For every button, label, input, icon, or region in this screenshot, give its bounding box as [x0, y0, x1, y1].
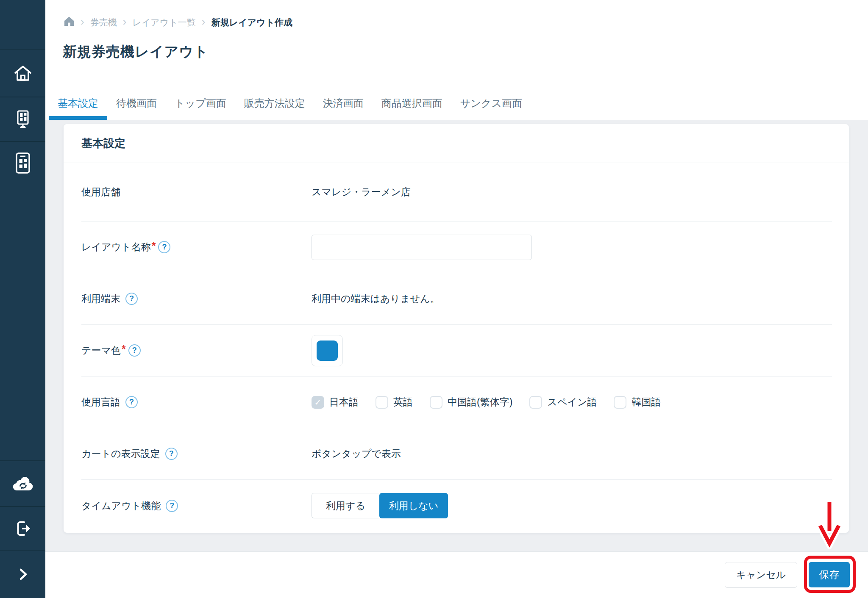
help-icon[interactable]: ?	[128, 344, 141, 357]
tab-sales-method[interactable]: 販売方法設定	[235, 91, 314, 120]
home-icon	[13, 64, 33, 82]
checkbox-label: 英語	[393, 396, 413, 409]
cancel-button[interactable]: キャンセル	[725, 562, 797, 588]
form-row-cart-display: カートの表示設定 ? ボタンタップで表示	[81, 428, 832, 480]
label-text: 利用端末	[81, 292, 120, 305]
checkbox-japanese: ✓	[312, 396, 324, 409]
tab-top-screen[interactable]: トップ画面	[166, 91, 235, 120]
timeout-use-button[interactable]: 利用する	[312, 493, 379, 518]
top-bar: › 券売機 › レイアウト一覧 › 新規レイアウト作成 新規券売機レイアウト 基…	[45, 0, 868, 120]
label-text: タイムアウト機能	[81, 499, 161, 512]
check-icon: ✓	[314, 397, 322, 407]
help-icon[interactable]: ?	[166, 500, 178, 512]
label-text: 使用店舗	[81, 185, 120, 199]
field-label-theme-color: テーマ色 * ?	[81, 344, 312, 357]
sidebar-item-kiosk[interactable]	[0, 97, 45, 141]
label-text: カートの表示設定	[81, 447, 160, 460]
breadcrumb-link-layout-list[interactable]: レイアウト一覧	[132, 17, 195, 28]
checkbox-item-chinese: 中国語(繁体字)	[430, 396, 512, 409]
checkbox-chinese[interactable]	[430, 396, 442, 409]
form-row-timeout: タイムアウト機能 ? 利用する 利用しない	[81, 480, 832, 532]
sidebar-item-home[interactable]	[0, 50, 45, 97]
breadcrumb-separator: ›	[81, 16, 84, 27]
timeout-no-use-button[interactable]: 利用しない	[379, 493, 448, 518]
tab-thanks-screen[interactable]: サンクス画面	[451, 91, 531, 120]
language-checkbox-group: ✓ 日本語 英語 中国語(繁体字) スペイン語	[312, 396, 661, 409]
checkbox-item-english: 英語	[376, 396, 413, 409]
breadcrumb-home-icon[interactable]	[64, 16, 75, 28]
field-label-cart-display: カートの表示設定 ?	[81, 447, 312, 460]
form-row-theme-color: テーマ色 * ?	[81, 325, 832, 377]
breadcrumb-current: 新規レイアウト作成	[211, 17, 292, 28]
theme-color-swatch	[317, 341, 338, 361]
kiosk-icon	[14, 109, 32, 130]
checkbox-item-korean: 韓国語	[614, 396, 661, 409]
cloud-sync-icon	[12, 476, 34, 491]
breadcrumb: › 券売機 › レイアウト一覧 › 新規レイアウト作成	[64, 16, 292, 28]
label-text: 使用言語	[81, 396, 120, 409]
checkbox-item-japanese: ✓ 日本語	[312, 396, 359, 409]
required-mark: *	[152, 240, 156, 252]
checkbox-item-spanish: スペイン語	[529, 396, 597, 409]
checkbox-english[interactable]	[376, 396, 388, 409]
layout-name-input[interactable]	[312, 235, 532, 260]
field-value-store: スマレジ・ラーメン店	[312, 185, 832, 199]
checkbox-label: 韓国語	[632, 396, 661, 409]
breadcrumb-link-kiosk[interactable]: 券売機	[90, 17, 117, 28]
help-icon[interactable]: ?	[125, 396, 138, 408]
checkbox-spanish[interactable]	[529, 396, 542, 409]
breadcrumb-separator: ›	[123, 16, 127, 27]
app-window: › 券売機 › レイアウト一覧 › 新規レイアウト作成 新規券売機レイアウト 基…	[0, 0, 868, 598]
label-text: レイアウト名称	[81, 241, 151, 254]
basic-settings-card: 基本設定 使用店舗 スマレジ・ラーメン店 レイアウト名称 * ? 利用端末 ?	[64, 124, 849, 533]
sidebar-item-tablet-layout[interactable]	[0, 142, 45, 184]
theme-color-picker[interactable]	[312, 335, 343, 366]
timeout-toggle: 利用する 利用しない	[312, 493, 448, 518]
help-icon[interactable]: ?	[165, 448, 178, 460]
sidebar-item-logout[interactable]	[0, 507, 45, 550]
card-title: 基本設定	[81, 124, 125, 163]
checkbox-label: 日本語	[329, 396, 359, 409]
field-value-devices: 利用中の端末はありません。	[312, 292, 832, 305]
label-text: テーマ色	[81, 344, 121, 357]
field-label-store: 使用店舗	[81, 185, 312, 199]
sidebar	[0, 0, 45, 598]
help-icon[interactable]: ?	[125, 293, 138, 305]
field-label-devices: 利用端末 ?	[81, 292, 312, 305]
form-row-store: 使用店舗 スマレジ・ラーメン店	[81, 163, 832, 221]
field-label-timeout: タイムアウト機能 ?	[81, 499, 312, 512]
tab-product-select-screen[interactable]: 商品選択画面	[373, 91, 451, 120]
tab-payment-screen[interactable]: 決済画面	[314, 91, 373, 120]
sidebar-item-expand[interactable]	[0, 551, 45, 598]
tab-basic-settings[interactable]: 基本設定	[49, 91, 107, 120]
field-label-languages: 使用言語 ?	[81, 396, 312, 409]
checkbox-korean[interactable]	[614, 396, 626, 409]
required-mark: *	[122, 343, 126, 355]
page-title: 新規券売機レイアウト	[63, 42, 209, 61]
form-row-languages: 使用言語 ? ✓ 日本語 英語 中国語(繁体字)	[81, 377, 832, 428]
help-icon[interactable]: ?	[158, 241, 170, 253]
tab-bar: 基本設定 待機画面 トップ画面 販売方法設定 決済画面 商品選択画面 サンクス画…	[49, 91, 531, 120]
tab-standby-screen[interactable]: 待機画面	[107, 91, 166, 120]
save-button[interactable]: 保存	[809, 562, 850, 587]
checkbox-label: スペイン語	[547, 396, 597, 409]
breadcrumb-separator: ›	[202, 16, 206, 27]
logout-icon	[14, 520, 32, 537]
expand-chevron-icon	[15, 566, 31, 583]
field-value-cart-display: ボタンタップで表示	[312, 447, 832, 460]
tablet-layout-icon	[15, 152, 31, 174]
form-row-devices: 利用端末 ? 利用中の端末はありません。	[81, 273, 832, 325]
checkbox-label: 中国語(繁体字)	[448, 396, 512, 409]
form-row-layout-name: レイアウト名称 * ?	[81, 221, 832, 273]
field-label-layout-name: レイアウト名称 * ?	[81, 241, 312, 254]
sidebar-item-cloud-sync[interactable]	[0, 461, 45, 506]
